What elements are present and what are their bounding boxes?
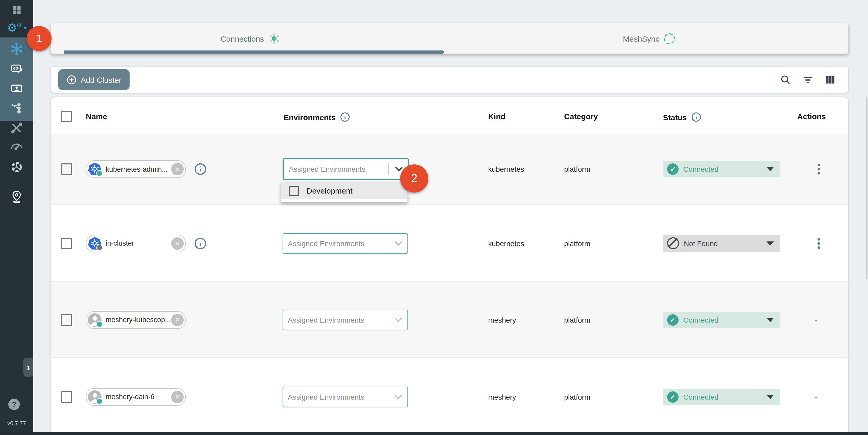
meshery-app: ⚙⚙▾: [0, 0, 868, 435]
sidebar-item-adapters[interactable]: [0, 62, 33, 75]
row-checkbox[interactable]: [61, 163, 72, 175]
remove-connection-icon[interactable]: ×: [171, 391, 184, 403]
caret-down-icon: [767, 167, 774, 171]
environments-select[interactable]: Assigned Environments: [283, 386, 408, 407]
notification-badge-2[interactable]: 2: [400, 164, 428, 192]
cell-kind: meshery: [488, 393, 516, 401]
select-divider: [388, 391, 388, 402]
environments-select[interactable]: Assigned Environments: [283, 158, 409, 180]
sidebar-item-dashboard[interactable]: [0, 4, 33, 16]
select-divider: [388, 238, 388, 249]
kubernetes-logo-icon: [88, 162, 101, 176]
dropdown-item-checkbox[interactable]: [289, 186, 299, 196]
cell-category: platform: [564, 393, 590, 401]
chevron-down-icon: ▾: [24, 26, 26, 31]
version-label: v0.7.77: [0, 420, 33, 426]
connection-name-chip[interactable]: meshery-kubescop... ×: [86, 311, 186, 329]
remove-connection-icon[interactable]: ×: [171, 237, 184, 249]
environments-dropdown-menu: Development: [281, 182, 407, 203]
connections-table: Name Environments Kind Category Status A…: [51, 97, 848, 435]
chevron-down-icon[interactable]: [394, 240, 403, 246]
connection-name-chip[interactable]: meshery-dain-6 ×: [86, 388, 186, 406]
header-kind: Kind: [488, 112, 505, 121]
connection-status-dot: [96, 170, 102, 177]
person-avatar-icon: [88, 313, 101, 327]
chevron-right-icon: ›: [27, 361, 30, 373]
header-status: Status: [663, 113, 687, 122]
chevron-down-icon[interactable]: [394, 394, 403, 400]
cell-kind: kubernetes: [488, 165, 524, 173]
help-icon[interactable]: ?: [8, 399, 20, 410]
check-circle-icon: ✓: [667, 314, 679, 325]
info-icon[interactable]: [340, 112, 350, 122]
status-label: Connected: [683, 165, 767, 173]
connection-name-chip[interactable]: kubernetes-admin... ×: [86, 160, 186, 178]
remove-connection-icon[interactable]: ×: [171, 163, 184, 175]
table-row: in-cluster × Assigned Environments kuber…: [51, 205, 848, 281]
row-checkbox[interactable]: [61, 314, 72, 325]
add-cluster-label: Add Cluster: [81, 75, 122, 84]
not-found-icon: [667, 237, 679, 249]
tab-meshsync[interactable]: MeshSync: [450, 23, 848, 54]
status-chip[interactable]: ✓ Connected: [663, 389, 780, 405]
cell-category: platform: [564, 316, 590, 324]
tab-bar: Connections MeshSync: [51, 23, 848, 54]
scrollbar[interactable]: [866, 97, 867, 279]
tab-connections-label: Connections: [221, 34, 264, 43]
environments-select[interactable]: Assigned Environments: [283, 233, 408, 254]
connections-spinner-icon: [269, 33, 280, 44]
performance-icon: [10, 141, 23, 152]
status-label: Connected: [683, 316, 767, 324]
header-name: Name: [86, 112, 107, 121]
table-toolbar: Add Cluster: [51, 67, 848, 93]
status-label: Not Found: [684, 239, 767, 247]
filter-icon[interactable]: [802, 74, 813, 85]
meshsync-spinner-icon: [664, 33, 675, 44]
sidebar-item-location[interactable]: [0, 190, 33, 204]
info-icon[interactable]: [691, 112, 702, 122]
connection-info-icon[interactable]: [194, 163, 207, 175]
connection-status-dot: [96, 244, 102, 251]
sidebar-item-extensions[interactable]: [0, 161, 33, 173]
sidebar-item-performance[interactable]: [0, 140, 33, 152]
sidebar-item-service-mesh[interactable]: [0, 102, 33, 115]
row-actions-menu-icon[interactable]: [812, 164, 825, 175]
environments-select[interactable]: Assigned Environments: [283, 309, 408, 330]
row-actions-empty: -: [815, 315, 817, 324]
sidebar-divider: [0, 183, 33, 183]
connection-name-chip[interactable]: in-cluster ×: [86, 235, 186, 252]
check-circle-icon: ✓: [667, 391, 679, 402]
meshsync-screen-icon: [10, 82, 23, 95]
status-chip[interactable]: ✓ Connected: [663, 311, 780, 328]
connection-name: in-cluster: [106, 239, 171, 247]
connections-hex-icon: [10, 43, 23, 55]
sidebar-item-configuration[interactable]: [0, 122, 33, 134]
window-bottom-edge: [0, 432, 868, 435]
status-chip[interactable]: ✓ Connected: [663, 161, 780, 178]
table-row: meshery-kubescop... × Assigned Environme…: [51, 281, 848, 358]
sidebar-expand-handle[interactable]: ›: [23, 358, 33, 377]
dashboard-icon: [11, 5, 22, 15]
sidebar-item-meshsync-screen[interactable]: [0, 82, 33, 95]
extensions-icon: [10, 161, 23, 173]
chevron-down-icon[interactable]: [394, 317, 403, 323]
environments-placeholder: Assigned Environments: [288, 393, 364, 401]
tab-connections[interactable]: Connections: [51, 23, 450, 54]
row-checkbox[interactable]: [61, 391, 72, 402]
select-divider: [388, 314, 388, 325]
view-columns-icon[interactable]: [825, 74, 836, 85]
row-checkbox[interactable]: [61, 238, 72, 249]
connection-info-icon[interactable]: [194, 237, 207, 249]
remove-connection-icon[interactable]: ×: [171, 313, 184, 326]
table-header: Name Environments Kind Category Status A…: [51, 97, 848, 134]
dropdown-item-development[interactable]: Development: [281, 182, 407, 199]
search-icon[interactable]: [780, 74, 791, 85]
row-actions-menu-icon[interactable]: [812, 238, 825, 249]
cell-category: platform: [564, 239, 590, 247]
status-chip[interactable]: Not Found: [663, 235, 780, 252]
select-all-checkbox[interactable]: [61, 111, 72, 122]
service-mesh-icon: [10, 102, 23, 115]
connection-name: meshery-kubescop...: [106, 316, 171, 324]
add-cluster-button[interactable]: Add Cluster: [58, 69, 130, 90]
notification-badge-1[interactable]: 1: [27, 26, 52, 51]
